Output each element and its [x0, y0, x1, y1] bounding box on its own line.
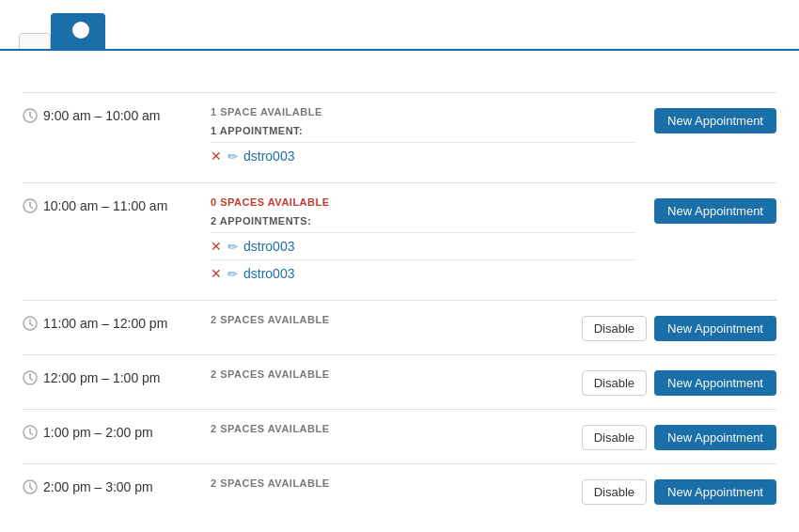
main-content: 9:00 am – 10:00 am1 SPACE AVAILABLE1 APP… [0, 51, 799, 532]
appointment-link[interactable]: dstro003 [243, 266, 294, 281]
clock-icon [23, 108, 38, 123]
slot-time: 12:00 pm – 1:00 pm [23, 368, 211, 385]
slot-time: 2:00 pm – 3:00 pm [23, 477, 211, 494]
tab-default-calendar[interactable] [19, 33, 51, 49]
slot-row: 2:00 pm – 3:00 pm2 SPACES AVAILABLEDisab… [23, 463, 776, 518]
slot-time-label: 2:00 pm – 3:00 pm [43, 479, 153, 494]
slot-actions: DisableNew Appointment [582, 314, 776, 341]
appointment-item: ✕✏dstro003 [211, 142, 635, 169]
slot-time-label: 12:00 pm – 1:00 pm [43, 370, 161, 385]
spaces-label: 2 SPACES AVAILABLE [211, 477, 563, 489]
slot-row: 11:00 am – 12:00 pm2 SPACES AVAILABLEDis… [23, 300, 776, 354]
delete-appointment-icon[interactable]: ✕ [211, 239, 222, 254]
slot-details: 0 SPACES AVAILABLE2 APPOINTMENTS:✕✏dstro… [211, 196, 654, 287]
slot-details: 2 SPACES AVAILABLE [211, 477, 582, 494]
appointment-item: ✕✏dstro003 [211, 259, 635, 287]
svg-line-14 [30, 433, 33, 435]
page-wrapper: 9:00 am – 10:00 am1 SPACE AVAILABLE1 APP… [0, 0, 799, 532]
slot-row: 1:00 pm – 2:00 pm2 SPACES AVAILABLEDisab… [23, 409, 776, 463]
spaces-label: 2 SPACES AVAILABLE [211, 368, 563, 380]
edit-appointment-icon[interactable]: ✏ [227, 267, 238, 281]
clock-icon [23, 198, 38, 213]
slot-actions: DisableNew Appointment [582, 477, 776, 505]
slot-time-label: 9:00 am – 10:00 am [43, 108, 161, 123]
slot-time-label: 10:00 am – 11:00 am [43, 198, 167, 213]
slot-time: 10:00 am – 11:00 am [23, 196, 211, 213]
slots-container: 9:00 am – 10:00 am1 SPACE AVAILABLE1 APP… [23, 92, 776, 518]
tabs-bar [0, 0, 799, 51]
edit-appointment-icon[interactable]: ✏ [227, 149, 238, 164]
slot-actions: DisableNew Appointment [582, 368, 776, 396]
delete-appointment-icon[interactable]: ✕ [211, 149, 222, 164]
delete-appointment-icon[interactable]: ✕ [211, 266, 222, 281]
disable-button[interactable]: Disable [582, 425, 647, 450]
spaces-label: 2 SPACES AVAILABLE [211, 314, 563, 325]
svg-line-2 [30, 117, 33, 118]
appointment-link[interactable]: dstro003 [243, 149, 294, 164]
clock-icon [23, 370, 38, 385]
new-appointment-button[interactable]: New Appointment [654, 479, 776, 505]
slot-details: 2 SPACES AVAILABLE [211, 314, 582, 331]
new-appointment-button[interactable]: New Appointment [654, 316, 776, 341]
slot-time-label: 11:00 am – 12:00 pm [43, 316, 167, 331]
new-appointment-button[interactable]: New Appointment [654, 370, 776, 396]
tab-massage-badge [72, 22, 89, 39]
clock-icon [23, 316, 38, 331]
appointment-link[interactable]: dstro003 [243, 239, 294, 254]
tab-massage-bookings[interactable] [51, 13, 105, 49]
slot-details: 2 SPACES AVAILABLE [211, 368, 582, 385]
slot-details: 2 SPACES AVAILABLE [211, 423, 582, 440]
disable-button[interactable]: Disable [582, 316, 647, 341]
svg-line-11 [30, 379, 33, 381]
slot-time: 1:00 pm – 2:00 pm [23, 423, 211, 440]
appointment-item: ✕✏dstro003 [211, 232, 635, 259]
slot-details: 1 SPACE AVAILABLE1 APPOINTMENT:✕✏dstro00… [211, 106, 654, 169]
slot-row: 9:00 am – 10:00 am1 SPACE AVAILABLE1 APP… [23, 92, 776, 182]
slot-actions: New Appointment [654, 196, 776, 224]
edit-appointment-icon[interactable]: ✏ [227, 240, 238, 254]
slot-time-label: 1:00 pm – 2:00 pm [43, 425, 153, 440]
spaces-label: 2 SPACES AVAILABLE [211, 423, 563, 434]
appointments-label: 1 APPOINTMENT: [211, 125, 635, 136]
clock-icon [23, 479, 38, 494]
disable-button[interactable]: Disable [582, 479, 647, 505]
svg-line-8 [30, 324, 33, 326]
new-appointment-button[interactable]: New Appointment [654, 198, 776, 224]
slot-time: 11:00 am – 12:00 pm [23, 314, 211, 331]
slot-row: 10:00 am – 11:00 am0 SPACES AVAILABLE2 A… [23, 182, 776, 300]
slot-actions: New Appointment [654, 106, 776, 133]
appointments-label: 2 APPOINTMENTS: [211, 215, 635, 227]
new-appointment-button[interactable]: New Appointment [654, 425, 776, 450]
svg-line-17 [30, 488, 33, 490]
disable-button[interactable]: Disable [582, 370, 647, 396]
slot-actions: DisableNew Appointment [582, 423, 776, 450]
spaces-label: 1 SPACE AVAILABLE [211, 106, 635, 117]
slot-time: 9:00 am – 10:00 am [23, 106, 211, 123]
slot-row: 12:00 pm – 1:00 pm2 SPACES AVAILABLEDisa… [23, 354, 776, 409]
new-appointment-button[interactable]: New Appointment [654, 108, 776, 133]
spaces-label: 0 SPACES AVAILABLE [211, 196, 635, 208]
svg-line-5 [30, 207, 33, 209]
clock-icon [23, 425, 38, 440]
